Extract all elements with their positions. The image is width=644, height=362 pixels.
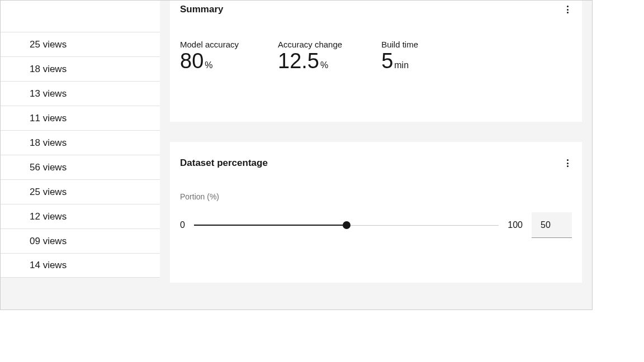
sidebar-header-blank [1, 1, 160, 32]
card-title: Dataset percentage [180, 158, 268, 169]
summary-card: Summary Model accuracy 80 % Accuracy cha… [170, 1, 582, 122]
stat-label: Build time [381, 40, 418, 49]
stat-model-accuracy: Model accuracy 80 % [180, 40, 239, 72]
card-title: Summary [180, 4, 223, 15]
sidebar-item-label: 18 views [30, 64, 67, 75]
portion-label: Portion (%) [180, 192, 572, 201]
sidebar-item-label: 13 views [30, 88, 67, 99]
sidebar-item-label: 25 views [30, 187, 67, 198]
stat-value-row: 12.5 % [278, 50, 342, 72]
stat-label: Accuracy change [278, 40, 342, 49]
sidebar-item-label: 25 views [30, 39, 67, 50]
stat-value: 12.5 [278, 50, 319, 72]
card-header: Dataset percentage [180, 154, 572, 172]
sidebar-item[interactable]: 18 views [1, 56, 160, 81]
stat-label: Model accuracy [180, 40, 239, 49]
overflow-menu-icon[interactable] [564, 2, 572, 17]
sidebar-item[interactable]: 09 views [1, 228, 160, 253]
stat-value: 80 [180, 50, 203, 72]
sidebar-item-label: 18 views [30, 137, 67, 149]
sidebar-item[interactable]: 25 views [1, 179, 160, 204]
card-header: Summary [180, 1, 572, 18]
summary-stats: Model accuracy 80 % Accuracy change 12.5… [180, 40, 572, 72]
slider-track-fill [194, 225, 347, 226]
slider-track[interactable] [194, 221, 499, 230]
sidebar-item[interactable]: 25 views [1, 32, 160, 56]
stat-unit: min [394, 60, 409, 70]
sidebar-item-label: 56 views [30, 162, 67, 173]
sidebar-item[interactable]: 11 views [1, 106, 160, 130]
stat-value-row: 5 min [381, 50, 418, 72]
sidebar-item[interactable]: 13 views [1, 81, 160, 106]
main-content: Summary Model accuracy 80 % Accuracy cha… [160, 1, 592, 309]
sidebar-item-label: 11 views [30, 113, 67, 124]
stat-unit: % [320, 60, 328, 70]
sidebar-item[interactable]: 18 views [1, 130, 160, 155]
stat-unit: % [205, 60, 212, 70]
stat-accuracy-change: Accuracy change 12.5 % [278, 40, 342, 72]
slider-thumb[interactable] [343, 221, 351, 229]
slider-min-label: 0 [180, 220, 185, 230]
dataset-card: Dataset percentage Portion (%) 0 100 [170, 142, 582, 283]
sidebar-item-label: 14 views [30, 260, 67, 271]
overflow-menu-icon[interactable] [564, 156, 572, 170]
slider-max-label: 100 [508, 220, 523, 230]
sidebar-item[interactable]: 12 views [1, 204, 160, 228]
sidebar-item-label: 12 views [30, 211, 67, 222]
slider-row: 0 100 [180, 212, 572, 238]
sidebar-item[interactable]: 14 views [1, 253, 160, 278]
app-frame: 25 views 18 views 13 views 11 views 18 v… [0, 0, 593, 310]
sidebar-item[interactable]: 56 views [1, 155, 160, 179]
stat-value: 5 [381, 50, 393, 72]
stat-value-row: 80 % [180, 50, 239, 72]
stat-build-time: Build time 5 min [381, 40, 418, 72]
sidebar-item-label: 09 views [30, 236, 67, 247]
sidebar: 25 views 18 views 13 views 11 views 18 v… [1, 1, 160, 309]
slider-value-input[interactable] [532, 212, 572, 238]
